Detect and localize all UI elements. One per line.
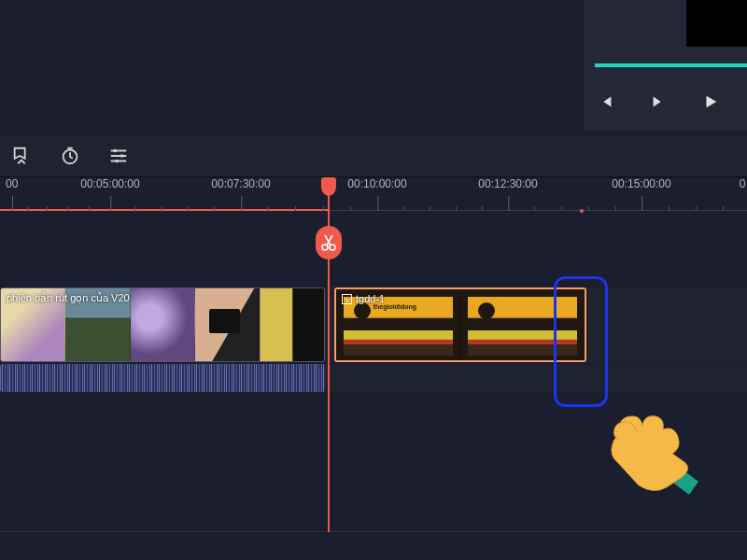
ruler-tick: 0 — [740, 177, 746, 190]
ruler-tick-label: 00 — [6, 177, 18, 190]
video-clip-selected[interactable]: tgdd-1 thegioididong — [334, 287, 586, 362]
ruler-tick-label: 00:15:00:00 — [612, 177, 670, 190]
playhead-handle[interactable] — [321, 177, 336, 196]
ruler-tick: 00:07:30:00 — [211, 177, 270, 190]
ruler-tick-label: 00:10:00:00 — [347, 177, 406, 190]
split-scissor-button[interactable] — [316, 226, 342, 259]
svg-point-3 — [115, 160, 119, 163]
ruler-tick: 00:10:00:00 — [347, 177, 406, 190]
ruler-tick-label: 00:07:30:00 — [211, 177, 270, 190]
speed-duration-button[interactable] — [60, 146, 80, 166]
image-icon — [342, 294, 352, 304]
next-frame-button[interactable] — [650, 93, 667, 110]
preview-viewport — [686, 0, 747, 47]
preview-progress-bar[interactable] — [595, 63, 747, 67]
audio-clip[interactable] — [0, 364, 325, 392]
ruler-tick-label: 0 — [740, 177, 746, 190]
timeline-toolbar — [0, 135, 747, 177]
tracks-divider — [0, 531, 747, 532]
ruler-out-marker[interactable] — [580, 209, 584, 213]
clip-label: phiên bản rút gọn của V20 — [7, 292, 130, 304]
ruler-played-segment — [0, 209, 329, 211]
timeline-ruler[interactable]: 00 00:05:00:00 00:07:30:00 00:10:00:00 0… — [0, 177, 747, 224]
preview-panel — [584, 0, 747, 131]
ruler-tick: 00 — [6, 177, 18, 190]
prev-frame-button[interactable] — [598, 93, 614, 110]
clip-label: tgdd-1 — [356, 293, 385, 304]
ruler-tick-label: 00:05:00:00 — [80, 177, 139, 190]
tutorial-pointer-hand-icon — [601, 401, 704, 508]
add-marker-button[interactable] — [11, 146, 32, 166]
timeline-options-button[interactable] — [108, 146, 129, 166]
playhead[interactable] — [328, 179, 330, 532]
video-clip[interactable]: phiên bản rút gọn của V20 — [0, 287, 325, 362]
ruler-tick: 00:15:00:00 — [612, 177, 670, 190]
playback-controls — [598, 93, 719, 110]
svg-point-2 — [120, 154, 124, 158]
svg-point-1 — [114, 149, 118, 153]
audio-waveform — [0, 364, 325, 392]
tutorial-highlight-box — [554, 276, 608, 407]
ruler-tick-label: 00:12:30:00 — [478, 177, 537, 190]
audio-track-1[interactable] — [0, 364, 747, 392]
ruler-tick: 00:12:30:00 — [478, 177, 537, 190]
video-track-1[interactable]: phiên bản rút gọn của V20 tgdd-1 thegioi… — [0, 287, 747, 362]
play-button[interactable] — [702, 93, 719, 110]
clip-label-row: tgdd-1 — [342, 293, 385, 304]
ruler-tick: 00:05:00:00 — [80, 177, 139, 190]
